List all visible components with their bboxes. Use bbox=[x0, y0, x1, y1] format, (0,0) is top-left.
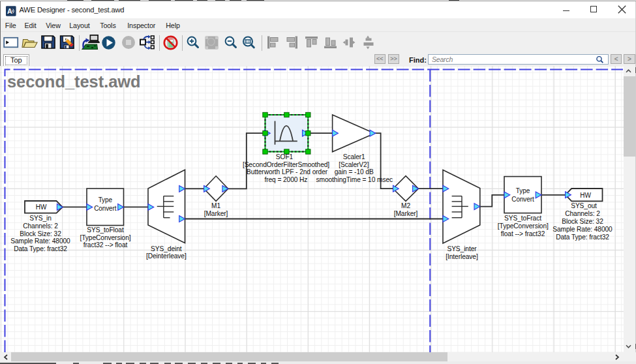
block-interleave[interactable] bbox=[443, 170, 480, 244]
zoom-region-icon[interactable] bbox=[242, 36, 256, 50]
vertical-scrollbar[interactable] bbox=[624, 66, 635, 352]
menu-layout[interactable]: Layout bbox=[69, 22, 90, 29]
scroll-right-icon[interactable] bbox=[614, 354, 620, 360]
search-icon[interactable] bbox=[593, 55, 606, 65]
block-type: [TypeConversion] bbox=[498, 222, 549, 230]
no-changes-icon[interactable] bbox=[163, 35, 178, 50]
block-type: [ScalerV2] bbox=[339, 161, 369, 168]
maximize-icon bbox=[590, 6, 597, 12]
annotation-type-convert-2: SYS_toFract [TypeConversion] float --> f… bbox=[498, 215, 549, 237]
block-m2[interactable] bbox=[393, 176, 419, 202]
block-prop: Block Size: 32 bbox=[562, 218, 603, 225]
block-type: [Deinterleave] bbox=[146, 252, 187, 260]
awe-designer-window: A AWE Designer - second_test.awd File Ed… bbox=[0, 0, 636, 364]
zoom-fit-icon[interactable] bbox=[204, 35, 219, 50]
tab-label: Top bbox=[4, 56, 29, 64]
find-forward-button[interactable]: >> bbox=[388, 54, 400, 65]
bottom-artifact bbox=[237, 363, 243, 363]
zoom-out-icon[interactable] bbox=[224, 36, 238, 50]
bottom-artifact bbox=[126, 363, 134, 363]
scroll-left-icon[interactable] bbox=[3, 354, 8, 360]
vertical-scrollbar-thumb[interactable] bbox=[624, 76, 635, 157]
block-prop: Data Type: fract32 bbox=[14, 245, 67, 252]
annotation-interleave: SYS_inter [Interleave] bbox=[446, 245, 478, 260]
tab-top[interactable]: Top bbox=[3, 54, 29, 67]
block-label: Type bbox=[516, 187, 530, 194]
menu-file[interactable]: File bbox=[5, 22, 16, 29]
block-type: [Interleave] bbox=[446, 253, 478, 260]
align-right-icon[interactable] bbox=[286, 35, 299, 50]
find-next-button[interactable]: > bbox=[624, 54, 635, 65]
save-icon[interactable] bbox=[40, 35, 56, 50]
horizontal-scrollbar[interactable] bbox=[0, 352, 624, 361]
block-m1[interactable] bbox=[204, 176, 228, 202]
save-as-icon[interactable] bbox=[59, 35, 76, 50]
minimize-icon bbox=[563, 10, 569, 11]
annotation-deinterleave: SYS_deint [Deinterleave] bbox=[146, 245, 187, 260]
align-bottom-icon[interactable] bbox=[324, 35, 337, 50]
find-input[interactable] bbox=[428, 54, 609, 65]
zoom-in-icon[interactable] bbox=[187, 36, 200, 50]
close-icon bbox=[618, 5, 626, 14]
menu-tools[interactable]: Tools bbox=[100, 22, 115, 29]
annotation-m2: M2 [Marker] bbox=[394, 202, 418, 217]
block-prop: Block Size: 32 bbox=[20, 230, 61, 237]
close-button[interactable] bbox=[607, 1, 636, 20]
menu-help[interactable]: Help bbox=[166, 22, 180, 29]
block-deinterleave[interactable] bbox=[148, 170, 185, 243]
new-layout-icon[interactable] bbox=[3, 37, 19, 48]
distribute-vertical-icon[interactable] bbox=[361, 35, 374, 50]
find-label: Find: bbox=[409, 56, 427, 64]
bottom-artifact bbox=[213, 363, 220, 363]
block-name: M1 bbox=[211, 202, 220, 209]
block-scaler1[interactable] bbox=[333, 115, 376, 152]
block-prop: Sample Rate: 48000 bbox=[10, 237, 70, 245]
find-back-button[interactable]: << bbox=[374, 54, 386, 65]
block-label: HW bbox=[580, 192, 591, 199]
block-type: [TypeConversion] bbox=[80, 234, 131, 241]
block-type-convert-2[interactable]: Type Convert bbox=[504, 177, 541, 213]
block-label: HW bbox=[36, 204, 47, 211]
menu-inspector[interactable]: Inspector bbox=[127, 22, 155, 29]
propagate-changes-icon[interactable] bbox=[138, 34, 156, 52]
run-layout-icon[interactable] bbox=[101, 35, 116, 50]
pin-out[interactable] bbox=[370, 130, 376, 136]
align-top-icon[interactable] bbox=[305, 35, 318, 50]
stop-layout-icon[interactable] bbox=[121, 35, 136, 50]
bottom-artifact bbox=[140, 363, 146, 363]
block-sof1[interactable] bbox=[263, 112, 310, 154]
horizontal-scrollbar-thumb[interactable] bbox=[11, 352, 447, 361]
block-type: [Marker] bbox=[204, 210, 228, 217]
block-name: SYS_toFloat bbox=[87, 226, 124, 234]
menu-edit[interactable]: Edit bbox=[25, 22, 37, 29]
bottom-artifact bbox=[175, 363, 183, 363]
toolbar bbox=[1, 31, 635, 53]
menu-view[interactable]: View bbox=[46, 22, 61, 29]
scroll-down-icon[interactable] bbox=[626, 344, 631, 349]
block-desc: gain = -10 dB bbox=[335, 168, 374, 175]
import-to-target-icon[interactable] bbox=[80, 34, 100, 52]
block-type-convert-1[interactable]: Type Convert bbox=[87, 189, 124, 226]
annotation-hw-out: SYS_out Channels: 2 Block Size: 32 Sampl… bbox=[553, 202, 613, 240]
wire-inter-tofract[interactable] bbox=[480, 195, 504, 207]
bottom-artifact bbox=[201, 363, 207, 363]
minimize-button[interactable] bbox=[551, 1, 581, 20]
block-hw-out[interactable]: HW bbox=[566, 189, 603, 201]
bottom-artifact bbox=[248, 363, 256, 363]
toolbar-separator bbox=[262, 35, 262, 51]
find-prev-button[interactable]: < bbox=[611, 54, 622, 65]
signal-flow-diagram: second_test.awd HW SYS_in Channels: 2 B bbox=[0, 66, 624, 352]
distribute-horizontal-icon[interactable] bbox=[342, 35, 356, 50]
annotation-type-convert-1: SYS_toFloat [TypeConversion] fract32 -->… bbox=[80, 226, 131, 249]
align-left-icon[interactable] bbox=[266, 35, 279, 50]
block-label: Convert bbox=[511, 196, 534, 203]
app-icon-letter: A bbox=[7, 7, 12, 14]
block-hw-in[interactable]: HW bbox=[25, 201, 63, 213]
open-file-icon[interactable] bbox=[21, 37, 38, 50]
title-bar[interactable]: A AWE Designer - second_test.awd bbox=[1, 1, 635, 18]
scroll-up-icon[interactable] bbox=[626, 68, 631, 74]
block-name: SYS_deint bbox=[151, 245, 182, 252]
bottom-artifact bbox=[164, 363, 171, 363]
block-desc: fract32 --> float bbox=[83, 241, 128, 249]
block-name: SYS_out bbox=[571, 202, 597, 209]
